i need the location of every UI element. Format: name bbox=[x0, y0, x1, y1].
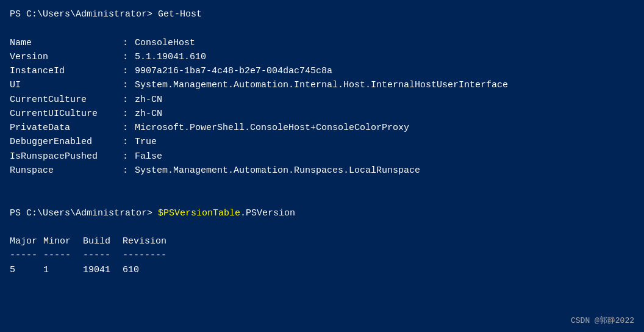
prompt-variable-2: $PSVersionTable bbox=[152, 206, 240, 220]
watermark: CSDN @郭静2022 bbox=[571, 315, 634, 326]
key-ui: UI bbox=[10, 78, 123, 92]
sep-currentculture: : bbox=[123, 93, 132, 107]
sep-privatedata: : bbox=[123, 121, 132, 135]
col-val-major: 5 bbox=[10, 263, 43, 277]
table-separator-row: ----- ----- ----- -------- bbox=[10, 248, 634, 262]
sep-debuggerenabled: : bbox=[123, 135, 132, 149]
val-isrunspacepushed: False bbox=[135, 150, 162, 164]
sep-ui: : bbox=[123, 78, 132, 92]
col-sep-major: ----- bbox=[10, 248, 43, 262]
blank-3 bbox=[10, 192, 634, 206]
terminal-window: PS C:\Users\Administrator> Get-Host Name… bbox=[0, 0, 644, 284]
output-runspace: Runspace:System.Management.Automation.Ru… bbox=[10, 164, 634, 178]
key-isrunspacepushed: IsRunspacePushed bbox=[10, 150, 123, 164]
col-header-major: Major bbox=[10, 234, 43, 248]
output-debuggerenabled: DebuggerEnabled:True bbox=[10, 135, 634, 149]
key-privatedata: PrivateData bbox=[10, 121, 123, 135]
output-isrunspacepushed: IsRunspacePushed:False bbox=[10, 150, 634, 164]
col-header-minor: Minor bbox=[43, 234, 83, 248]
key-debuggerenabled: DebuggerEnabled bbox=[10, 135, 123, 149]
blank-1 bbox=[10, 21, 634, 35]
sep-currentuiculture: : bbox=[123, 107, 132, 121]
prompt-line-1: PS C:\Users\Administrator> Get-Host bbox=[10, 7, 634, 21]
val-privatedata: Microsoft.PowerShell.ConsoleHost+Console… bbox=[135, 121, 409, 135]
blank-2 bbox=[10, 178, 634, 192]
blank-4 bbox=[10, 220, 634, 234]
val-name: ConsoleHost bbox=[135, 36, 195, 50]
val-ui: System.Management.Automation.Internal.Ho… bbox=[135, 78, 508, 92]
prompt-path-2: PS C:\Users\Administrator> bbox=[10, 206, 152, 220]
sep-name: : bbox=[123, 36, 132, 50]
output-name: Name:ConsoleHost bbox=[10, 36, 634, 50]
col-header-revision: Revision bbox=[123, 234, 166, 248]
prompt-cmd-1: Get-Host bbox=[152, 7, 202, 21]
sep-instanceid: : bbox=[123, 64, 132, 78]
col-val-build: 19041 bbox=[83, 263, 123, 277]
key-currentuiculture: CurrentUICulture bbox=[10, 107, 123, 121]
col-val-minor: 1 bbox=[43, 263, 83, 277]
prompt-rest-2: .PSVersion bbox=[240, 206, 295, 220]
prompt-path-1: PS C:\Users\Administrator> bbox=[10, 7, 152, 21]
col-header-build: Build bbox=[83, 234, 123, 248]
table-value-row: 5 1 19041 610 bbox=[10, 263, 634, 277]
output-privatedata: PrivateData:Microsoft.PowerShell.Console… bbox=[10, 121, 634, 135]
output-currentuiculture: CurrentUICulture:zh-CN bbox=[10, 107, 634, 121]
val-version: 5.1.19041.610 bbox=[135, 50, 206, 64]
table-header-row: Major Minor Build Revision bbox=[10, 234, 634, 248]
key-version: Version bbox=[10, 50, 123, 64]
col-val-revision: 610 bbox=[123, 263, 139, 277]
output-currentculture: CurrentCulture:zh-CN bbox=[10, 93, 634, 107]
val-runspace: System.Management.Automation.Runspaces.L… bbox=[135, 164, 420, 178]
sep-isrunspacepushed: : bbox=[123, 150, 132, 164]
col-sep-minor: ----- bbox=[43, 248, 83, 262]
val-debuggerenabled: True bbox=[135, 135, 157, 149]
val-instanceid: 9907a216-1ba7-4c48-b2e7-004dac745c8a bbox=[135, 64, 332, 78]
col-sep-build: ----- bbox=[83, 248, 123, 262]
key-instanceid: InstanceId bbox=[10, 64, 123, 78]
output-instanceid: InstanceId:9907a216-1ba7-4c48-b2e7-004da… bbox=[10, 64, 634, 78]
output-version: Version:5.1.19041.610 bbox=[10, 50, 634, 64]
sep-runspace: : bbox=[123, 164, 132, 178]
val-currentculture: zh-CN bbox=[135, 93, 162, 107]
val-currentuiculture: zh-CN bbox=[135, 107, 162, 121]
key-currentculture: CurrentCulture bbox=[10, 93, 123, 107]
key-name: Name bbox=[10, 36, 123, 50]
output-ui: UI:System.Management.Automation.Internal… bbox=[10, 78, 634, 92]
sep-version: : bbox=[123, 50, 132, 64]
prompt-line-2: PS C:\Users\Administrator> $PSVersionTab… bbox=[10, 206, 634, 220]
col-sep-revision: -------- bbox=[123, 248, 166, 262]
key-runspace: Runspace bbox=[10, 164, 123, 178]
